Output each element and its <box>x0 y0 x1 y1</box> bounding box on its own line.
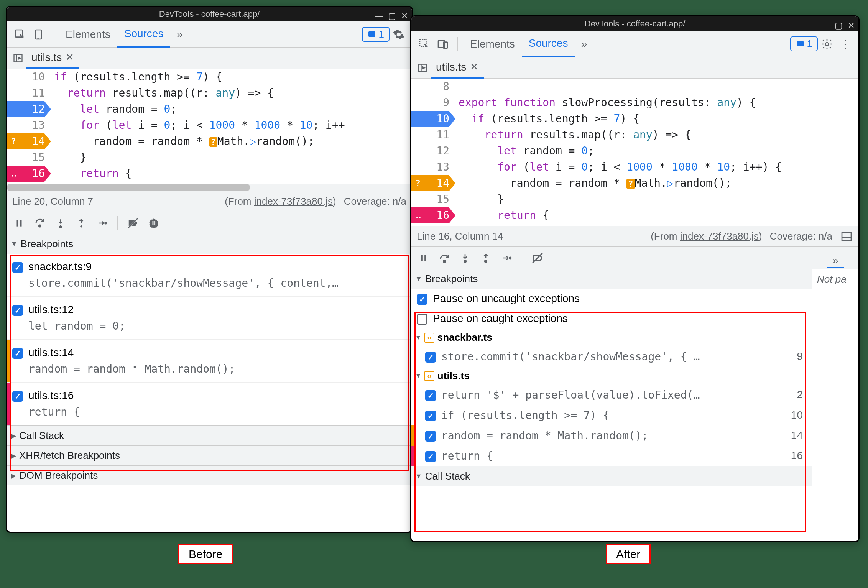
source-link[interactable]: index-73f73a80.js <box>254 195 333 207</box>
file-tabs: utils.ts ✕ <box>7 48 412 69</box>
more-tabs-icon[interactable]: » <box>170 25 189 44</box>
step-over-icon[interactable] <box>31 215 48 232</box>
checkbox-icon[interactable] <box>425 431 436 442</box>
main-toolbar: Elements Sources » 1 <box>7 21 412 48</box>
file-tab-utils[interactable]: utils.ts ✕ <box>26 48 79 69</box>
issues-badge[interactable]: 1 <box>362 27 390 42</box>
debug-toolbar <box>411 246 812 269</box>
checkbox-icon[interactable] <box>12 391 23 402</box>
main-toolbar: Elements Sources » 1 ⋮ <box>411 31 858 57</box>
step-icon[interactable] <box>94 215 110 232</box>
settings-icon[interactable] <box>818 35 836 53</box>
breakpoint-item[interactable]: return {16 <box>411 446 812 466</box>
step-into-icon[interactable] <box>52 215 69 232</box>
pause-icon[interactable] <box>415 250 432 266</box>
more-icon[interactable]: ⋮ <box>836 35 855 53</box>
close-icon[interactable]: ✕ <box>401 11 407 17</box>
svg-rect-27 <box>421 255 423 261</box>
toggle-navigator-icon[interactable] <box>414 60 431 76</box>
deactivate-breakpoints-icon[interactable] <box>125 215 141 232</box>
tab-elements[interactable]: Elements <box>59 21 117 48</box>
deactivate-breakpoints-icon[interactable] <box>529 250 546 266</box>
callstack-pane-header[interactable]: ▼Call Stack <box>411 466 812 486</box>
breakpoint-item[interactable]: snackbar.ts:9store.commit('snackbar/show… <box>7 254 412 297</box>
close-tab-icon[interactable]: ✕ <box>66 51 74 63</box>
inspect-icon[interactable] <box>415 35 434 53</box>
pause-icon[interactable] <box>11 215 28 232</box>
status-bar: Line 16, Column 14 (From index-73f73a80.… <box>411 226 858 246</box>
breakpoint-file-group[interactable]: ▼‹›utils.ts <box>411 367 812 385</box>
checkbox-icon[interactable] <box>12 305 23 316</box>
tab-sources[interactable]: Sources <box>522 31 575 57</box>
expand-icon: ▼ <box>11 240 18 248</box>
svg-rect-25 <box>842 232 851 240</box>
device-icon[interactable] <box>434 35 452 53</box>
breakpoint-item[interactable]: utils.ts:16return { <box>7 383 412 425</box>
checkbox-icon[interactable] <box>12 348 23 359</box>
after-label: After <box>606 544 651 564</box>
settings-icon[interactable] <box>390 25 408 44</box>
checkbox-icon[interactable] <box>425 411 436 421</box>
step-icon[interactable] <box>498 250 515 266</box>
horizontal-scrollbar[interactable] <box>7 184 412 191</box>
breakpoint-file-group[interactable]: ▼‹›snackbar.ts <box>411 328 812 347</box>
bottom-drawer-icon[interactable] <box>840 230 853 243</box>
step-out-icon[interactable] <box>73 215 90 232</box>
breakpoints-pane-header[interactable]: ▼Breakpoints <box>7 234 412 254</box>
maximize-icon[interactable]: ▢ <box>388 11 394 17</box>
tab-sources[interactable]: Sources <box>117 21 171 48</box>
maximize-icon[interactable]: ▢ <box>835 21 841 27</box>
breakpoint-item[interactable]: utils.ts:12let random = 0; <box>7 297 412 340</box>
close-icon[interactable]: ✕ <box>848 21 854 27</box>
file-tab-utils[interactable]: utils.ts ✕ <box>431 57 484 79</box>
callstack-pane-header[interactable]: ▶Call Stack <box>7 425 412 445</box>
code-editor[interactable]: 891011121314?1516‥export function slowPr… <box>411 79 858 226</box>
before-label: Before <box>178 544 233 564</box>
more-panes-icon[interactable]: » <box>827 248 844 268</box>
step-out-icon[interactable] <box>477 250 494 266</box>
svg-point-32 <box>510 257 511 258</box>
overflow-toolbar: » <box>812 246 858 269</box>
breakpoint-item[interactable]: random = random * Math.random();14 <box>411 425 812 446</box>
coverage-status: Coverage: n/a <box>344 195 406 207</box>
code-editor[interactable]: 1011121314?1516‥if (results.length >= 7)… <box>7 69 412 184</box>
devtools-window-after: DevTools - coffee-cart.app/ — ▢ ✕ Elemen… <box>410 15 860 542</box>
dom-pane-header[interactable]: ▶DOM Breakpoints <box>7 465 412 485</box>
pause-caught-row[interactable]: Pause on caught exceptions <box>411 309 812 328</box>
coverage-status: Coverage: n/a <box>770 230 832 242</box>
checkbox-icon[interactable] <box>425 390 436 401</box>
svg-marker-6 <box>18 57 20 59</box>
breakpoint-item[interactable]: if (results.length >= 7) {10 <box>411 405 812 425</box>
more-tabs-icon[interactable]: » <box>575 35 593 53</box>
breakpoint-item[interactable]: utils.ts:14random = random * Math.random… <box>7 340 412 383</box>
file-tab-label: utils.ts <box>31 51 62 64</box>
breakpoint-item[interactable]: return '$' + parseFloat(value).toFixed(…… <box>411 385 812 405</box>
checkbox-icon[interactable] <box>425 352 436 363</box>
toggle-navigator-icon[interactable] <box>10 50 26 66</box>
checkbox-icon[interactable] <box>12 262 23 273</box>
tab-elements[interactable]: Elements <box>463 31 522 57</box>
pause-exceptions-icon[interactable] <box>145 215 162 232</box>
inspect-icon[interactable] <box>11 25 29 44</box>
breakpoints-pane-header[interactable]: ▼Breakpoints <box>411 269 812 289</box>
titlebar: DevTools - coffee-cart.app/ — ▢ ✕ <box>411 16 858 31</box>
svg-point-30 <box>464 260 466 262</box>
checkbox-icon[interactable] <box>417 314 427 325</box>
checkbox-icon[interactable] <box>417 294 427 305</box>
breakpoint-item[interactable]: store.commit('snackbar/showMessage', { …… <box>411 347 812 367</box>
issues-badge[interactable]: 1 <box>790 36 818 51</box>
step-into-icon[interactable] <box>457 250 473 266</box>
step-over-icon[interactable] <box>436 250 453 266</box>
pause-uncaught-row[interactable]: Pause on uncaught exceptions <box>411 289 812 309</box>
file-tab-label: utils.ts <box>436 61 466 73</box>
device-icon[interactable] <box>29 25 48 44</box>
checkbox-icon[interactable] <box>425 451 436 462</box>
close-tab-icon[interactable]: ✕ <box>470 61 478 73</box>
svg-rect-20 <box>797 41 804 46</box>
svg-point-29 <box>444 260 446 262</box>
minimize-icon[interactable]: — <box>822 21 828 27</box>
source-link[interactable]: index-73f73a80.js <box>680 230 759 242</box>
xhr-pane-header[interactable]: ▶XHR/fetch Breakpoints <box>7 445 412 465</box>
minimize-icon[interactable]: — <box>375 11 381 17</box>
separator <box>53 27 53 42</box>
